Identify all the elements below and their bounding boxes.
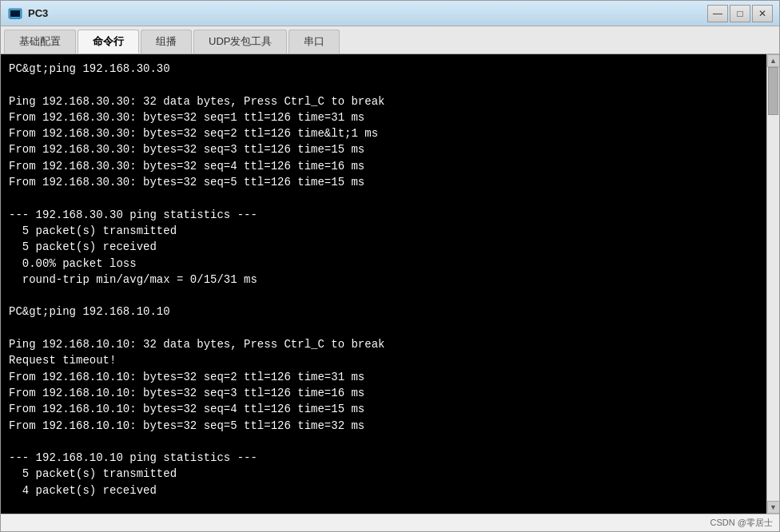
minimize-button[interactable]: — <box>707 5 728 22</box>
main-window: PC3 — □ ✕ 基础配置 命令行 组播 UDP发包工具 串口 PC&gt;p… <box>0 0 780 532</box>
tab-serial[interactable]: 串口 <box>289 30 340 54</box>
title-bar: PC3 — □ ✕ <box>1 1 779 26</box>
status-bar: CSDN @零居士 <box>1 514 779 531</box>
scroll-up-button[interactable]: ▲ <box>767 54 780 67</box>
window-controls: — □ ✕ <box>707 5 773 22</box>
tab-command-line[interactable]: 命令行 <box>78 30 139 54</box>
scroll-track[interactable] <box>767 67 779 501</box>
window-icon <box>7 6 23 22</box>
tab-udp-tool[interactable]: UDP发包工具 <box>193 30 287 54</box>
svg-rect-3 <box>10 18 20 19</box>
close-button[interactable]: ✕ <box>752 5 773 22</box>
svg-rect-1 <box>10 10 20 17</box>
tab-multicast[interactable]: 组播 <box>141 30 192 54</box>
scrollbar: ▲ ▼ <box>766 54 779 514</box>
scroll-down-button[interactable]: ▼ <box>767 501 780 514</box>
maximize-button[interactable]: □ <box>730 5 750 22</box>
tab-basic-config[interactable]: 基础配置 <box>4 30 76 54</box>
content-area: PC&gt;ping 192.168.30.30 Ping 192.168.30… <box>1 54 779 514</box>
window-title: PC3 <box>28 7 707 19</box>
terminal-output[interactable]: PC&gt;ping 192.168.30.30 Ping 192.168.30… <box>1 54 766 514</box>
tab-bar: 基础配置 命令行 组播 UDP发包工具 串口 <box>1 26 779 54</box>
scroll-thumb[interactable] <box>768 67 778 115</box>
status-text: CSDN @零居士 <box>710 517 773 529</box>
